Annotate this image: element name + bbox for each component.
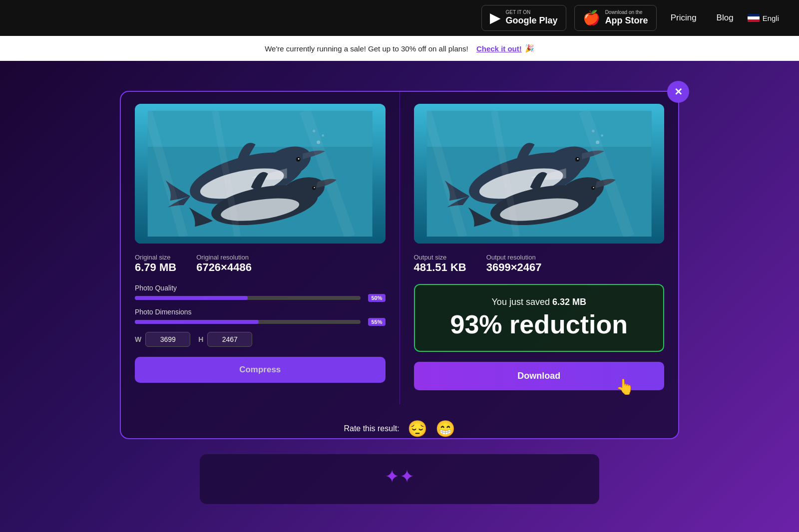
dimensions-slider-track[interactable]	[135, 320, 361, 324]
dimensions-percent-badge: 55%	[368, 318, 385, 326]
savings-box: You just saved 6.32 MB 93% reduction	[414, 284, 665, 352]
output-size-label: Output size	[414, 254, 447, 261]
savings-text: You just saved 6.32 MB	[427, 297, 652, 307]
output-resolution-value: 3699×2467	[486, 261, 542, 274]
dimensions-slider-fill	[135, 320, 259, 324]
quality-label: Photo Quality	[135, 284, 386, 292]
quality-slider-section: Photo Quality 50%	[135, 284, 386, 300]
svg-point-21	[577, 158, 578, 160]
height-input-group: H	[198, 332, 252, 347]
original-size-label: Original size	[135, 254, 171, 261]
svg-rect-16	[426, 111, 651, 147]
svg-point-25	[591, 186, 595, 190]
output-resolution-stat: Output resolution 3699×2467	[486, 254, 542, 274]
sad-emoji-button[interactable]: 😔	[407, 419, 427, 438]
svg-point-6	[298, 158, 300, 160]
comparison-card: ✕	[120, 91, 679, 439]
original-image-container	[135, 104, 386, 244]
width-input-group: W	[135, 332, 190, 347]
apple-icon: 🍎	[583, 11, 600, 25]
output-image-container	[414, 104, 665, 244]
original-stats-row: Original size 6.79 MB Original resolutio…	[135, 254, 386, 274]
quality-slider-fill	[135, 296, 248, 300]
quality-percent-badge: 50%	[368, 294, 385, 302]
compress-more-section: ✦✦	[200, 454, 599, 504]
google-play-small-text: GET IT ON	[506, 9, 558, 15]
sale-emoji: 🎉	[525, 44, 534, 53]
sale-banner: We're currently running a sale! Get up t…	[0, 36, 799, 61]
app-store-small-text: Download on the	[605, 9, 648, 15]
rate-section: Rate this result: 😔 😁	[121, 419, 678, 438]
left-panel: Original size 6.79 MB Original resolutio…	[121, 92, 400, 404]
card-inner: Original size 6.79 MB Original resolutio…	[121, 92, 678, 404]
dimensions-slider-section: Photo Dimensions 55%	[135, 308, 386, 324]
output-size-value: 481.51 KB	[414, 261, 466, 274]
dimensions-inputs-row: W H	[135, 332, 386, 347]
width-input[interactable]	[145, 332, 190, 347]
svg-rect-1	[148, 111, 373, 147]
output-resolution-label: Output resolution	[486, 254, 536, 261]
app-store-btn[interactable]: 🍎 Download on the App Store	[574, 5, 657, 31]
compress-more-icon: ✦✦	[385, 466, 414, 487]
original-size-value: 6.79 MB	[135, 261, 176, 274]
main-area: ✕	[0, 61, 799, 532]
output-size-stat: Output size 481.51 KB	[414, 254, 466, 274]
happy-emoji-button[interactable]: 😁	[435, 419, 455, 438]
height-input[interactable]	[207, 332, 252, 347]
original-resolution-stat: Original resolution 6726×4486	[196, 254, 252, 274]
google-play-btn[interactable]: ▶ GET IT ON Google Play	[481, 5, 566, 31]
compress-button[interactable]: Compress	[135, 357, 386, 383]
svg-point-28	[601, 134, 603, 137]
google-play-big-text: Google Play	[506, 15, 558, 26]
quality-slider-track[interactable]	[135, 296, 361, 300]
lang-label: Engli	[763, 14, 779, 22]
original-resolution-label: Original resolution	[196, 254, 249, 261]
close-button[interactable]: ✕	[667, 81, 689, 103]
download-button[interactable]: Download	[414, 362, 665, 390]
dolphin-svg-left	[147, 111, 373, 237]
right-panel: Output size 481.51 KB Output resolution …	[400, 92, 679, 404]
google-play-icon: ▶	[490, 11, 501, 25]
blog-link[interactable]: Blog	[711, 13, 740, 23]
sale-text: We're currently running a sale! Get up t…	[265, 44, 468, 53]
flag-icon	[748, 14, 760, 22]
output-image	[414, 104, 665, 244]
svg-point-11	[314, 187, 315, 188]
savings-percent: 93% reduction	[427, 310, 652, 339]
svg-point-13	[322, 134, 325, 137]
rate-label: Rate this result:	[344, 424, 399, 433]
original-size-stat: Original size 6.79 MB	[135, 254, 176, 274]
pricing-link[interactable]: Pricing	[665, 13, 703, 23]
app-store-big-text: App Store	[605, 15, 648, 26]
sale-link[interactable]: Check it out!	[476, 44, 522, 53]
language-selector[interactable]: Engli	[748, 14, 779, 22]
height-label: H	[198, 335, 203, 343]
dimensions-label: Photo Dimensions	[135, 308, 386, 316]
savings-amount: 6.32 MB	[552, 297, 586, 307]
dolphin-svg-right	[426, 111, 652, 237]
width-label: W	[135, 335, 141, 343]
original-image	[135, 104, 386, 244]
svg-point-26	[593, 187, 594, 188]
original-resolution-value: 6726×4486	[196, 261, 252, 274]
svg-point-10	[312, 186, 316, 190]
top-nav: ▶ GET IT ON Google Play 🍎 Download on th…	[0, 0, 799, 36]
output-stats-row: Output size 481.51 KB Output resolution …	[414, 254, 665, 274]
